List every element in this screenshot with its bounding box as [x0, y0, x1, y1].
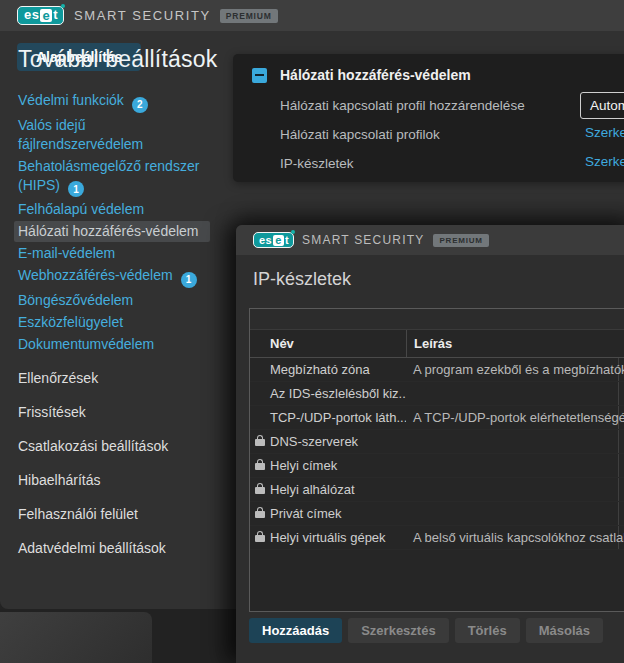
profile-dropdown[interactable]: Autom [580, 92, 624, 119]
sidebar-item[interactable]: Webhozzáférés-védelem1 [14, 265, 210, 289]
sidebar-item-label: Felhasználói felület [18, 506, 138, 522]
page-title: További beállítások [18, 46, 217, 73]
eset-logo-text: e [273, 235, 284, 246]
title-bar: eset SMART SECURITY PREMIUM [0, 0, 624, 31]
sidebar-item-label: E-mail-védelem [18, 245, 115, 261]
collapse-minus-icon[interactable] [252, 68, 267, 83]
dialog-button[interactable]: Másolás [526, 618, 603, 643]
cell-name: Helyi címek [250, 458, 406, 473]
sidebar-item[interactable]: Eszközfelügyelet [14, 312, 210, 333]
lock-icon [255, 439, 265, 446]
edit-link[interactable]: Szerkes [585, 125, 624, 140]
sidebar-item-label: Védelmi funkciók [18, 92, 124, 108]
setting-label: Hálózati kapcsolati profilok [280, 127, 440, 142]
cell-description: A TCP-/UDP-portok elérhetetlenségér... [406, 410, 624, 425]
table-row[interactable]: Privát címek [250, 502, 624, 526]
settings-row: Hálózati kapcsolati profilok Szerkes [233, 125, 624, 154]
eset-logo-text: t [285, 234, 289, 246]
sidebar-item-label: Behatolásmegelőző rendszer (HIPS) [18, 158, 199, 193]
table-row[interactable]: Helyi alhálózat [250, 478, 624, 502]
column-header-description[interactable]: Leírás [406, 330, 624, 357]
cell-name: Megbízható zóna [250, 362, 406, 377]
eset-logo-text: t [53, 8, 58, 22]
sidebar-item[interactable]: Védelmi funkciók2 [14, 90, 210, 114]
sidebar-item[interactable]: Adatvédelmi beállítások [14, 538, 210, 559]
table-body: Megbízható zóna A program ezekből és a m… [250, 358, 624, 550]
setting-label: IP-készletek [280, 156, 354, 171]
product-name: SMART SECURITY [74, 8, 211, 23]
cell-description: A program ezekből és a megbízhatóké... [406, 362, 624, 377]
cell-name: DNS-szerverek [250, 434, 406, 449]
sidebar-item-label: Valós idejű fájlrendszervédelem [18, 117, 143, 152]
table-row[interactable]: Megbízható zóna A program ezekből és a m… [250, 358, 624, 382]
card-rows: Hálózati kapcsolati profil hozzárendelés… [233, 96, 624, 183]
sidebar-item[interactable]: E-mail-védelem [14, 243, 210, 264]
eset-logo: eset [253, 232, 294, 248]
background-panel [0, 612, 152, 663]
sidebar-item[interactable]: Hálózati hozzáférés-védelem [14, 221, 210, 242]
dialog-button-row: Hozzáadás Szerkesztés Törlés Másolás [249, 618, 603, 643]
lock-icon [255, 487, 265, 494]
sidebar-item-label: Adatvédelmi beállítások [18, 540, 166, 556]
notification-badge: 2 [132, 97, 148, 113]
dialog-title: IP-készletek [236, 255, 624, 290]
table-row[interactable]: DNS-szerverek [250, 430, 624, 454]
sidebar-item-label: Felhőalapú védelem [18, 201, 144, 217]
sidebar-item-label: Webhozzáférés-védelem [18, 267, 173, 283]
sidebar-item[interactable]: Böngészővédelem [14, 290, 210, 311]
table-row[interactable]: Helyi címek [250, 454, 624, 478]
cell-name: Az IDS-észlelésből kiz... [250, 386, 406, 401]
cell-name: Privát címek [250, 506, 406, 521]
lock-icon [255, 535, 265, 542]
sidebar-item[interactable]: Dokumentumvédelem [14, 334, 210, 355]
edit-link[interactable]: Szerkes [585, 154, 624, 169]
sidebar-item-label: Hibaelhárítás [18, 472, 101, 488]
notification-badge: 1 [181, 272, 197, 288]
premium-badge: PREMIUM [220, 9, 278, 23]
sidebar-item[interactable]: Felhasználói felület [14, 504, 210, 525]
sidebar-item-label: Böngészővédelem [18, 292, 133, 308]
table-header-row: Név Leírás [250, 330, 624, 358]
sidebar-item-label: Hálózati hozzáférés-védelem [18, 223, 199, 239]
sidebar-item[interactable]: Frissítések [14, 402, 210, 423]
dialog-button[interactable]: Hozzáadás [249, 618, 342, 643]
settings-row: IP-készletek Szerkes [233, 154, 624, 183]
sidebar-item[interactable]: Hibaelhárítás [14, 470, 210, 491]
table-toolbar-strip [250, 309, 624, 330]
sidebar-item-label: Frissítések [18, 404, 86, 420]
notification-badge: 1 [68, 181, 84, 197]
dialog-button[interactable]: Szerkesztés [348, 618, 448, 643]
product-name: SMART SECURITY [302, 233, 424, 247]
sidebar-item-label: Dokumentumvédelem [18, 336, 154, 352]
card-title: Hálózati hozzáférés-védelem [280, 67, 471, 83]
cell-description: A belső virtuális kapcsolókhoz csatlak..… [406, 530, 624, 545]
lock-icon [255, 511, 265, 518]
setting-label: Hálózati kapcsolati profil hozzárendelés… [280, 98, 525, 113]
cell-name: TCP-/UDP-portok láth... [250, 410, 406, 425]
sidebar-item-label: Ellenőrzések [18, 370, 98, 386]
settings-sidebar: Védelmi funkciók2 Valós idejű fájlrendsz… [0, 89, 233, 560]
network-protection-card: Hálózati hozzáférés-védelem Hálózati kap… [233, 54, 624, 182]
lock-icon [255, 463, 265, 470]
table-row[interactable]: Helyi virtuális gépek A belső virtuális … [250, 526, 624, 550]
dialog-button[interactable]: Törlés [455, 618, 520, 643]
sidebar-item[interactable]: Csatlakozási beállítások [14, 436, 210, 457]
eset-logo-text: e [40, 9, 52, 22]
column-header-name[interactable]: Név [250, 336, 406, 351]
table-row[interactable]: TCP-/UDP-portok láth... A TCP-/UDP-porto… [250, 406, 624, 430]
eset-logo-text: es [24, 8, 39, 22]
sidebar-item[interactable]: Behatolásmegelőző rendszer (HIPS)1 [14, 156, 210, 199]
ip-pools-table: Név Leírás Megbízható zóna A program eze… [249, 308, 624, 612]
ip-pools-dialog: eset SMART SECURITY PREMIUM IP-készletek… [236, 225, 624, 663]
sidebar-item[interactable]: Felhőalapú védelem [14, 199, 210, 220]
cell-name: Helyi virtuális gépek [250, 530, 406, 545]
sidebar-item-label: Csatlakozási beállítások [18, 438, 168, 454]
table-row[interactable]: Az IDS-észlelésből kiz... [250, 382, 624, 406]
sidebar-item-label: Eszközfelügyelet [18, 314, 123, 330]
dialog-title-bar: eset SMART SECURITY PREMIUM [236, 225, 624, 255]
cell-name: Helyi alhálózat [250, 482, 406, 497]
sidebar-item[interactable]: Valós idejű fájlrendszervédelem [14, 115, 210, 155]
sidebar-item[interactable]: Ellenőrzések [14, 368, 210, 389]
settings-row: Hálózati kapcsolati profil hozzárendelés… [233, 96, 624, 125]
eset-logo: eset [17, 6, 64, 25]
